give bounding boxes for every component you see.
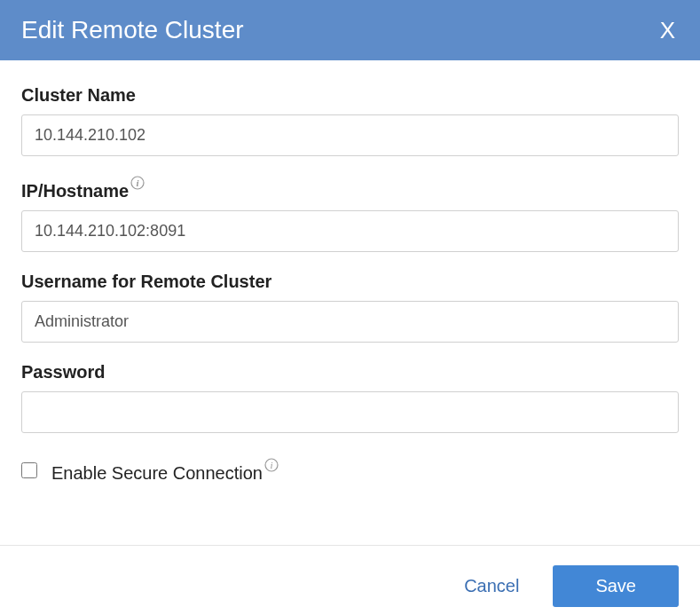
secure-connection-checkbox[interactable]: [21, 462, 37, 478]
dialog-title: Edit Remote Cluster: [21, 16, 244, 44]
username-group: Username for Remote Cluster: [21, 272, 679, 343]
info-icon[interactable]: i: [264, 458, 279, 472]
username-input[interactable]: [21, 301, 679, 343]
password-label: Password: [21, 362, 679, 382]
ip-hostname-label-text: IP/Hostname: [21, 181, 129, 201]
password-input[interactable]: [21, 391, 679, 433]
password-group: Password: [21, 362, 679, 433]
secure-connection-row: Enable Secure Connectioni: [21, 458, 679, 484]
username-label: Username for Remote Cluster: [21, 272, 679, 292]
cluster-name-input[interactable]: [21, 114, 679, 156]
dialog-footer: Cancel Save: [0, 545, 700, 615]
info-icon[interactable]: i: [130, 176, 145, 190]
edit-remote-cluster-dialog: Edit Remote Cluster X Cluster Name IP/Ho…: [0, 0, 700, 615]
dialog-header: Edit Remote Cluster X: [0, 0, 700, 60]
secure-connection-label[interactable]: Enable Secure Connectioni: [51, 458, 279, 484]
cluster-name-label: Cluster Name: [21, 85, 679, 106]
cancel-button[interactable]: Cancel: [457, 567, 526, 605]
svg-text:i: i: [270, 460, 272, 470]
cluster-name-group: Cluster Name: [21, 85, 679, 156]
save-button[interactable]: Save: [553, 565, 679, 607]
svg-text:i: i: [137, 177, 140, 188]
ip-hostname-input[interactable]: [21, 210, 679, 252]
dialog-body: Cluster Name IP/Hostnamei Username for R…: [0, 60, 700, 502]
ip-hostname-group: IP/Hostnamei: [21, 176, 679, 252]
secure-connection-label-text: Enable Secure Connection: [51, 462, 263, 482]
close-button[interactable]: X: [657, 17, 679, 44]
ip-hostname-label: IP/Hostnamei: [21, 176, 679, 201]
